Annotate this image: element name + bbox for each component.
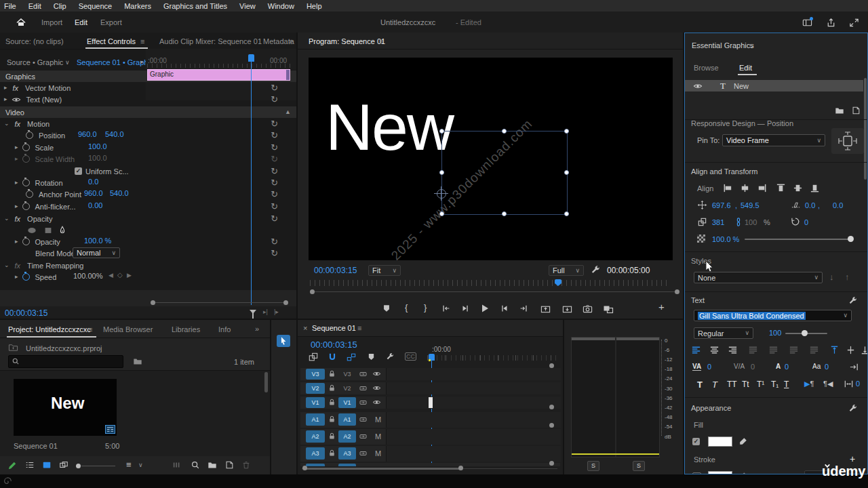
eg-shear-x[interactable]: 0.0 bbox=[805, 201, 815, 209]
menu-graphics-titles[interactable]: Graphics and Titles bbox=[163, 2, 227, 10]
tab-import[interactable]: Import bbox=[41, 18, 62, 26]
expand-icon[interactable]: ▸ bbox=[15, 156, 18, 162]
stopwatch-icon[interactable] bbox=[22, 238, 30, 245]
pin-diagram-icon[interactable] bbox=[836, 131, 859, 151]
pen-mask-icon[interactable] bbox=[58, 226, 67, 235]
add-marker-icon[interactable] bbox=[382, 304, 391, 313]
selection-handle[interactable] bbox=[439, 129, 444, 134]
track-content[interactable] bbox=[386, 396, 561, 409]
ec-playhead-head[interactable] bbox=[248, 54, 254, 62]
baseline-shift-value[interactable]: 0 bbox=[825, 363, 829, 371]
zoom-slider-track[interactable] bbox=[81, 466, 115, 466]
ec-scroll-handle-left[interactable] bbox=[151, 300, 155, 305]
stopwatch-icon-active[interactable] bbox=[22, 273, 30, 281]
reset-icon[interactable]: ↺ bbox=[271, 83, 278, 93]
play-icon[interactable] bbox=[479, 303, 490, 314]
small-caps-icon[interactable]: Tt bbox=[742, 380, 749, 389]
program-zoom-scrollbar[interactable] bbox=[314, 291, 675, 292]
expand-icon[interactable]: ▸ bbox=[4, 85, 7, 91]
solo-left-button[interactable]: S bbox=[587, 461, 599, 471]
lock-icon[interactable] bbox=[328, 415, 336, 424]
font-family-value[interactable]: Gill Sans Ultra Bold Condensed bbox=[698, 312, 806, 320]
eye-icon[interactable] bbox=[693, 81, 703, 91]
reset-icon[interactable]: ↺ bbox=[271, 130, 278, 140]
a1-target[interactable]: A1 bbox=[338, 413, 356, 426]
leading-value[interactable]: 0 bbox=[785, 363, 789, 371]
a2-target[interactable]: A2 bbox=[338, 430, 356, 443]
tab-media-browser[interactable]: Media Browser bbox=[103, 325, 153, 333]
close-tab-icon[interactable]: × bbox=[303, 324, 307, 332]
new-bin-icon[interactable] bbox=[208, 460, 217, 470]
stopwatch-icon[interactable] bbox=[22, 203, 30, 210]
kerning-value[interactable]: 0 bbox=[751, 363, 755, 371]
layer-row[interactable]: T New bbox=[685, 80, 863, 92]
reset-icon[interactable]: ↺ bbox=[271, 214, 278, 224]
eg-scale-pct[interactable]: 100 bbox=[745, 218, 757, 226]
chevron-right-icon[interactable]: ▸ bbox=[140, 59, 144, 65]
lock-icon[interactable] bbox=[328, 449, 336, 458]
program-zoom-handle-left[interactable] bbox=[310, 289, 315, 294]
stopwatch-icon[interactable] bbox=[22, 144, 30, 151]
text-options-wrench-icon[interactable] bbox=[848, 296, 858, 306]
program-canvas[interactable]: New Copyright © 2025 - www.p30download.c… bbox=[309, 58, 673, 260]
justify-last-center-icon[interactable] bbox=[768, 345, 778, 355]
selection-tool[interactable] bbox=[277, 335, 290, 347]
panel-menu-icon[interactable]: ≡ bbox=[357, 325, 361, 332]
tab-sequence[interactable]: Sequence 01 bbox=[312, 324, 356, 332]
new-folder-icon[interactable] bbox=[835, 106, 844, 115]
captions-icon[interactable]: CC bbox=[405, 352, 416, 361]
reset-icon[interactable]: ↺ bbox=[271, 119, 278, 129]
ellipse-mask-icon[interactable] bbox=[26, 226, 38, 235]
fill-eyedropper-icon[interactable] bbox=[738, 436, 748, 446]
more-panels-icon[interactable]: » bbox=[255, 325, 259, 333]
tab-program[interactable]: Program: Sequence 01 bbox=[309, 37, 385, 45]
menu-view[interactable]: View bbox=[239, 2, 256, 10]
new-layer-icon[interactable] bbox=[851, 106, 861, 115]
sort-chevron-icon[interactable]: ∨ bbox=[138, 462, 143, 468]
rect-mask-icon[interactable] bbox=[43, 226, 54, 235]
track-content[interactable] bbox=[386, 412, 561, 428]
tab-effect-controls[interactable]: Effect Controls bbox=[87, 37, 136, 45]
mute-button[interactable]: M bbox=[375, 432, 381, 441]
font-size-value[interactable]: 100 bbox=[769, 329, 781, 337]
play-around-icon[interactable]: ▸| bbox=[263, 308, 268, 315]
sync-lock-icon[interactable] bbox=[359, 449, 368, 458]
program-timecode[interactable]: 00:00:03:15 bbox=[314, 266, 357, 275]
align-center-v-icon[interactable] bbox=[793, 183, 803, 193]
menu-help[interactable]: Help bbox=[307, 2, 322, 10]
eye-icon[interactable] bbox=[372, 369, 381, 378]
justify-all-icon[interactable] bbox=[809, 345, 819, 355]
reset-icon[interactable]: ↺ bbox=[271, 237, 278, 247]
extract-icon[interactable] bbox=[562, 304, 572, 314]
link-scale-icon[interactable] bbox=[734, 217, 743, 227]
opacity-slider-knob[interactable] bbox=[848, 236, 854, 242]
step-forward-icon[interactable] bbox=[500, 304, 509, 313]
reset-icon[interactable]: ↺ bbox=[271, 248, 278, 258]
v3-target[interactable]: V3 bbox=[338, 369, 356, 380]
ec-row-motion[interactable]: ⌄ fx Motion bbox=[0, 118, 146, 129]
search-input[interactable] bbox=[8, 355, 123, 368]
align-text-top-icon[interactable] bbox=[829, 345, 840, 355]
writable-pencil-icon[interactable] bbox=[7, 460, 18, 470]
ec-graphic-clip-endcap[interactable] bbox=[286, 70, 290, 80]
more-panels-icon[interactable]: » bbox=[289, 37, 293, 45]
fill-color-swatch[interactable] bbox=[708, 436, 732, 447]
graphic-clip-segment[interactable] bbox=[429, 397, 433, 408]
timeline-scroll-handle-right[interactable] bbox=[458, 466, 463, 470]
align-text-right-icon[interactable] bbox=[728, 345, 738, 355]
mute-button[interactable]: M bbox=[375, 415, 381, 424]
v1-target[interactable]: V1 bbox=[338, 397, 356, 408]
track-content[interactable] bbox=[386, 382, 561, 394]
freeform-view-icon[interactable] bbox=[59, 460, 68, 470]
expand-icon[interactable]: ▸ bbox=[15, 203, 18, 209]
v3-source-patch[interactable]: V3 bbox=[306, 369, 325, 380]
sort-icon[interactable]: ≡ bbox=[126, 460, 132, 470]
justify-last-left-icon[interactable] bbox=[748, 345, 758, 355]
tab-eg-edit[interactable]: Edit bbox=[739, 64, 752, 72]
tsume-icon[interactable] bbox=[844, 379, 854, 389]
lock-icon[interactable] bbox=[328, 384, 336, 392]
expand-icon[interactable]: ▸ bbox=[4, 96, 7, 102]
find-icon[interactable] bbox=[191, 460, 200, 470]
ec-section-video[interactable]: Video ▲ bbox=[0, 106, 296, 118]
add-stroke-icon[interactable]: + bbox=[850, 453, 855, 464]
